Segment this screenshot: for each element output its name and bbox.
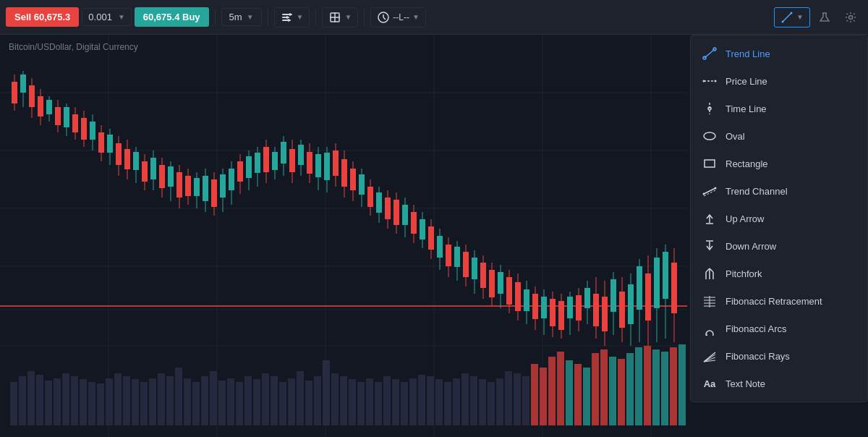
svg-rect-215 xyxy=(288,378,295,425)
down-arrow-label: Down Arrow xyxy=(726,241,776,252)
svg-point-265 xyxy=(703,80,705,82)
svg-rect-164 xyxy=(593,294,599,326)
toolbar: Sell 60,675.3 0.001 ▼ 60,675.4 Buy 5m ▼ … xyxy=(0,0,868,35)
menu-item-oval[interactable]: Oval xyxy=(691,122,867,150)
compare-button[interactable]: ▼ xyxy=(322,7,358,27)
svg-rect-60 xyxy=(142,161,148,182)
svg-rect-238 xyxy=(488,382,495,425)
trend-line-icon xyxy=(702,46,717,61)
svg-rect-114 xyxy=(376,192,382,213)
svg-rect-229 xyxy=(409,378,417,425)
svg-rect-72 xyxy=(194,178,200,196)
svg-point-15 xyxy=(849,15,853,19)
svg-rect-152 xyxy=(541,297,547,318)
menu-item-fibonacci-arcs[interactable]: Fibonacci Arcs xyxy=(691,315,867,342)
menu-item-trend-channel[interactable]: Trend Channel xyxy=(691,177,867,205)
svg-rect-201 xyxy=(166,376,174,425)
session-button[interactable]: --L-- ▼ xyxy=(370,7,426,27)
svg-rect-196 xyxy=(123,376,130,425)
svg-rect-122 xyxy=(411,212,417,234)
svg-rect-90 xyxy=(272,152,278,170)
svg-rect-239 xyxy=(496,378,503,425)
menu-item-fibonacci-rays[interactable]: Fibonacci Rays xyxy=(691,342,867,370)
svg-rect-174 xyxy=(637,266,642,310)
svg-rect-168 xyxy=(610,279,616,312)
svg-rect-189 xyxy=(62,373,69,425)
oval-label: Oval xyxy=(726,131,745,142)
drawing-icon xyxy=(780,11,793,24)
svg-rect-225 xyxy=(375,382,382,425)
svg-rect-56 xyxy=(124,149,130,169)
svg-rect-204 xyxy=(192,382,200,425)
svg-rect-209 xyxy=(236,382,243,425)
price-line-label: Price Line xyxy=(726,76,767,87)
timeframe-selector[interactable]: 5m ▼ xyxy=(221,8,262,26)
clock-label: --L-- xyxy=(393,12,409,22)
menu-item-pitchfork[interactable]: Pitchfork xyxy=(691,260,867,287)
svg-rect-132 xyxy=(454,247,460,267)
svg-rect-138 xyxy=(480,263,486,288)
settings-button[interactable] xyxy=(839,6,862,29)
tf-arrow-icon: ▼ xyxy=(247,13,254,21)
svg-rect-270 xyxy=(705,160,715,167)
svg-rect-192 xyxy=(88,382,95,425)
drawing-tool-button[interactable]: ▼ xyxy=(774,7,810,27)
menu-item-trend-line[interactable]: Trend Line xyxy=(691,40,867,67)
svg-rect-200 xyxy=(158,373,165,425)
svg-rect-100 xyxy=(315,154,321,177)
svg-rect-184 xyxy=(19,376,26,425)
indicators-button[interactable]: ▼ xyxy=(274,7,310,27)
svg-rect-186 xyxy=(36,375,43,425)
svg-rect-248 xyxy=(574,364,582,425)
menu-item-price-line[interactable]: Price Line xyxy=(691,67,867,95)
svg-rect-70 xyxy=(185,176,191,196)
chart-container: Bitcoin/USDollar, Digital Currency xyxy=(0,35,868,437)
svg-rect-62 xyxy=(150,158,156,179)
svg-rect-213 xyxy=(271,376,278,425)
svg-rect-94 xyxy=(289,149,295,172)
svg-rect-240 xyxy=(505,371,512,425)
svg-rect-236 xyxy=(470,376,477,425)
svg-rect-154 xyxy=(550,299,556,326)
svg-rect-185 xyxy=(27,371,35,425)
candlestick-chart[interactable] xyxy=(0,35,687,437)
menu-item-time-line[interactable]: Time Line xyxy=(691,95,867,122)
svg-rect-2 xyxy=(282,20,291,21)
svg-rect-116 xyxy=(385,198,391,219)
lab-button[interactable] xyxy=(813,6,836,29)
svg-rect-34 xyxy=(29,85,35,107)
menu-item-rectangle[interactable]: Rectangle xyxy=(691,150,867,177)
svg-rect-54 xyxy=(116,143,122,165)
svg-line-12 xyxy=(783,13,791,22)
svg-rect-228 xyxy=(401,382,408,425)
flask-icon xyxy=(818,11,831,24)
svg-rect-142 xyxy=(498,272,503,294)
svg-rect-96 xyxy=(298,145,304,165)
quantity-selector[interactable]: 0.001 ▼ xyxy=(82,8,131,26)
menu-item-fibonacci-retracement[interactable]: Fibonacci Retracement xyxy=(691,287,867,315)
menu-item-down-arrow[interactable]: Down Arrow xyxy=(691,232,867,260)
menu-item-up-arrow[interactable]: Up Arrow xyxy=(691,205,867,232)
svg-rect-197 xyxy=(132,379,139,425)
svg-rect-245 xyxy=(548,357,556,425)
menu-item-text-note[interactable]: Aa Text Note xyxy=(691,370,867,397)
svg-rect-254 xyxy=(626,353,634,425)
svg-rect-257 xyxy=(652,349,660,425)
svg-rect-212 xyxy=(262,373,269,425)
svg-point-289 xyxy=(707,331,712,336)
svg-rect-195 xyxy=(114,373,122,425)
svg-rect-68 xyxy=(176,172,182,198)
rectangle-icon xyxy=(702,156,717,171)
svg-rect-134 xyxy=(463,252,469,277)
svg-rect-124 xyxy=(420,219,425,239)
svg-rect-1 xyxy=(282,17,289,18)
sell-button[interactable]: Sell 60,675.3 xyxy=(6,7,79,27)
buy-button[interactable]: 60,675.4 Buy xyxy=(135,7,209,27)
svg-rect-252 xyxy=(609,357,616,425)
svg-rect-42 xyxy=(64,107,69,127)
svg-rect-235 xyxy=(461,373,469,425)
qty-value: 0.001 xyxy=(88,12,112,22)
svg-rect-36 xyxy=(38,96,43,116)
svg-rect-172 xyxy=(628,284,634,324)
svg-rect-259 xyxy=(670,347,677,425)
